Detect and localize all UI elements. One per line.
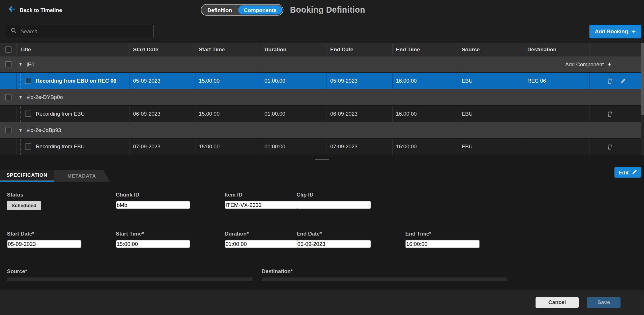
booking-title-cell: Recording from EBU [16,106,129,122]
duration-field: Duration* [225,231,288,248]
booking-title-cell: Recording from EBU [16,139,129,155]
view-toggle: Definition Components [201,4,284,15]
caret-down-icon[interactable]: ▼ [18,95,22,100]
group-checkbox[interactable] [5,94,11,100]
cell-source: EBU [458,73,524,89]
bookings-table: Title Start Date Start Time Duration End… [0,43,644,155]
destination-field: Destination* [262,268,507,281]
toggle-definition[interactable]: Definition [201,7,238,13]
cell-end-time: 16:00:00 [392,139,458,155]
cell-start-time: 15:00:00 [195,139,261,155]
column-header-end-time: End Time [392,43,458,56]
column-header-duration: Duration [261,43,326,56]
tree-line [20,139,20,155]
source-input[interactable] [7,277,252,281]
destination-input[interactable] [262,277,507,281]
search-input[interactable] [21,28,149,34]
cell-start-time: 15:00:00 [195,73,261,89]
cell-end-time: 16:00:00 [392,106,458,122]
item-id-field: Item ID [225,192,288,210]
clip-id-field: Clip ID [297,192,397,210]
start-time-input[interactable] [116,240,190,248]
save-button[interactable]: Save [587,297,621,308]
specification-form: Status Scheduled Chunk ID Item ID Clip I… [0,192,644,281]
booking-title: Recording from EBU [36,143,85,149]
end-time-label: End Time* [405,231,506,237]
edit-button-label: Edit [618,169,629,175]
duration-label: Duration* [225,231,288,237]
back-to-timeline-button[interactable]: Back to Timeline [9,6,62,13]
cell-duration: 01:00:00 [261,106,326,122]
item-id-label: Item ID [225,192,288,198]
chunk-id-label: Chunk ID [116,192,216,198]
cell-source: EBU [458,139,524,155]
panel-splitter[interactable] [0,155,644,162]
edit-pencil-icon[interactable] [620,78,626,84]
footer-bar: Cancel Save [0,290,644,315]
caret-down-icon[interactable]: ▼ [18,62,22,67]
group-row-jqbp93[interactable]: ▼ vid-2e-JqBp93 [0,122,641,139]
select-all-checkbox[interactable] [5,46,11,52]
toggle-components[interactable]: Components [238,5,282,15]
cell-source: EBU [458,106,524,122]
cell-start-date: 06-09-2023 [129,106,195,122]
start-date-input[interactable] [7,240,81,248]
status-badge: Scheduled [7,201,41,210]
group-title: jE0 [27,61,34,67]
booking-row-selected[interactable]: Recording from EBU on REC 06 05-09-2023 … [0,73,641,89]
group-row-je0[interactable]: ▼ jE0 Add Component + [0,56,641,73]
chunk-id-input[interactable] [116,201,190,209]
back-arrow-icon [9,6,15,13]
tab-specification[interactable]: SPECIFICATION [0,170,54,182]
booking-title: Recording from EBU on REC 06 [36,78,117,84]
detail-panel: SPECIFICATION METADATA Edit Status Sched… [0,162,644,281]
duration-input[interactable] [225,240,299,248]
booking-row[interactable]: Recording from EBU 07-09-2023 15:00:00 0… [0,139,641,155]
cell-end-time: 16:00:00 [392,73,458,89]
cancel-button[interactable]: Cancel [536,297,579,308]
add-booking-button[interactable]: Add Booking + [590,25,641,38]
caret-down-icon[interactable]: ▼ [18,128,22,133]
toolbar: Add Booking + [0,20,644,43]
table-scrollbar [641,43,644,155]
source-label: Source* [7,268,252,274]
row-checkbox[interactable] [25,78,31,84]
tab-metadata[interactable]: METADATA [54,170,110,182]
clip-id-label: Clip ID [297,192,397,198]
plus-icon: + [607,61,611,68]
booking-title-cell: Recording from EBU on REC 06 [16,73,129,89]
tree-line [20,106,20,122]
end-date-input[interactable] [297,240,371,248]
delete-icon[interactable] [607,110,612,116]
group-checkbox[interactable] [5,127,11,133]
cell-duration: 01:00:00 [261,139,326,155]
plus-icon: + [632,28,636,35]
end-date-field: End Date* [297,231,397,248]
top-bar: Back to Timeline Definition Components B… [0,0,644,20]
row-checkbox[interactable] [25,110,31,116]
group-title: vid-2e-JqBp93 [27,127,61,133]
cell-start-date: 05-09-2023 [129,73,195,89]
booking-title: Recording from EBU [36,110,85,116]
clip-id-input[interactable] [297,201,371,209]
splitter-grip-icon [315,158,329,160]
column-header-destination: Destination [524,43,589,56]
search-icon [11,28,17,35]
end-time-input[interactable] [405,240,479,248]
group-row-dybp0o[interactable]: ▼ vid-2e-DYBp0o [0,89,641,106]
add-component-label: Add Component [565,61,604,67]
add-component-button[interactable]: Add Component + [565,61,612,68]
cell-start-date: 07-09-2023 [129,139,195,155]
booking-row[interactable]: Recording from EBU 06-09-2023 15:00:00 0… [0,106,641,122]
cell-end-date: 05-09-2023 [326,73,392,89]
delete-icon[interactable] [607,143,612,149]
group-checkbox[interactable] [5,61,11,67]
cell-end-date: 07-09-2023 [326,139,392,155]
row-checkbox[interactable] [25,143,31,149]
item-id-input[interactable] [225,201,299,209]
column-header-source: Source [458,43,524,56]
scrollbar-thumb[interactable] [641,43,644,114]
cell-duration: 01:00:00 [261,73,326,89]
edit-button[interactable]: Edit [614,167,641,178]
delete-icon[interactable] [607,78,612,84]
